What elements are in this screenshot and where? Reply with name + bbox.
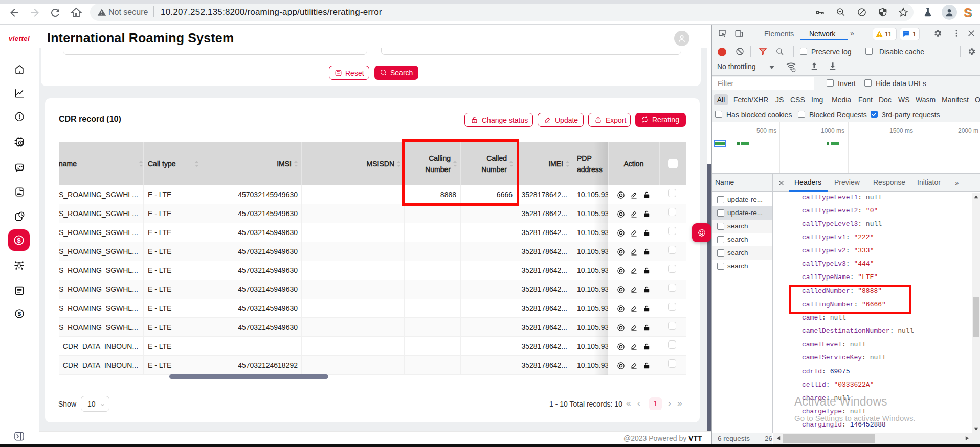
svg-text:$: $ <box>18 311 21 317</box>
svg-text:$: $ <box>17 237 21 244</box>
